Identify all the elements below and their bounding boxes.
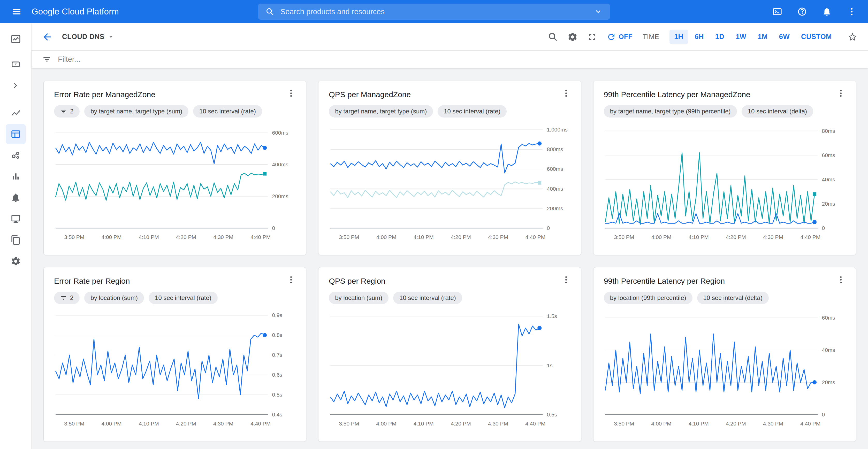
- sidebar-item-expand-panel[interactable]: [6, 75, 26, 96]
- sidebar-item-settings[interactable]: [6, 251, 26, 271]
- svg-text:4:10 PM: 4:10 PM: [688, 234, 709, 240]
- time-range-6h[interactable]: 6H: [690, 30, 709, 44]
- fullscreen-icon[interactable]: [587, 32, 597, 42]
- svg-text:3:50 PM: 3:50 PM: [64, 421, 84, 426]
- interval-chip[interactable]: 10 sec interval (rate): [149, 292, 218, 304]
- svg-text:4:30 PM: 4:30 PM: [488, 421, 508, 426]
- toolbar-search-icon[interactable]: [548, 32, 558, 42]
- chart-card-latency-region: 99th Percentile Latency per Region by lo…: [593, 267, 856, 442]
- search-input[interactable]: [280, 7, 588, 16]
- interval-chip[interactable]: 10 sec interval (delta): [697, 292, 769, 304]
- chart-title: 99th Percentile Latency per ManagedZone: [604, 90, 750, 99]
- interval-chip[interactable]: 10 sec interval (rate): [393, 292, 462, 304]
- cloud-shell-icon[interactable]: [772, 7, 782, 17]
- monitor-icon: [10, 214, 21, 224]
- toolbar-settings-icon[interactable]: [567, 32, 578, 42]
- dashboard-name-dropdown[interactable]: CLOUD DNS: [62, 33, 114, 41]
- svg-text:4:20 PM: 4:20 PM: [176, 421, 196, 426]
- copy-icon: [10, 235, 21, 245]
- filter-icon: [60, 108, 67, 115]
- svg-text:4:00 PM: 4:00 PM: [101, 234, 122, 240]
- sidebar-item-alerting[interactable]: [6, 188, 26, 208]
- sidebar-item-metrics-explorer[interactable]: [6, 103, 26, 123]
- svg-text:600ms: 600ms: [547, 166, 563, 172]
- line-chart[interactable]: 80ms60ms40ms20ms03:50 PM4:00 PM4:10 PM4:…: [604, 121, 845, 242]
- global-search[interactable]: [258, 4, 610, 20]
- notifications-icon[interactable]: [822, 7, 832, 17]
- line-chart[interactable]: 1.5s1s0.5s3:50 PM4:00 PM4:10 PM4:20 PM4:…: [329, 307, 570, 428]
- groups-icon: [10, 150, 21, 160]
- search-icon: [266, 7, 274, 16]
- svg-text:1,000ms: 1,000ms: [547, 127, 568, 132]
- grouping-chip[interactable]: by target name, target type (sum): [84, 105, 188, 118]
- time-range-1h[interactable]: 1H: [670, 30, 688, 44]
- svg-text:3:50 PM: 3:50 PM: [339, 421, 359, 426]
- star-icon[interactable]: [847, 32, 858, 42]
- more-options-icon[interactable]: [847, 7, 857, 17]
- svg-text:4:40 PM: 4:40 PM: [250, 421, 271, 426]
- line-chart[interactable]: 60ms40ms20ms03:50 PM4:00 PM4:10 PM4:20 P…: [604, 307, 845, 428]
- sidebar-item-debug-pages[interactable]: [6, 230, 26, 250]
- help-icon[interactable]: [797, 7, 807, 17]
- line-chart[interactable]: 1,000ms800ms600ms400ms200ms03:50 PM4:00 …: [329, 121, 570, 242]
- menu-icon[interactable]: [11, 6, 22, 17]
- chart-menu-icon[interactable]: [836, 275, 845, 284]
- svg-text:60ms: 60ms: [822, 152, 835, 158]
- grouping-chip[interactable]: by target name, target type (99th percen…: [604, 105, 737, 118]
- sidebar-item-pin-panel[interactable]: [6, 54, 26, 74]
- grouping-chip[interactable]: by target name, target type (sum): [329, 105, 433, 118]
- grouping-chip[interactable]: by location (sum): [329, 292, 389, 304]
- svg-text:0.7s: 0.7s: [272, 352, 282, 358]
- svg-text:600ms: 600ms: [272, 130, 288, 136]
- svg-text:0.9s: 0.9s: [272, 312, 282, 318]
- sidebar-item-services[interactable]: [6, 166, 26, 187]
- filter-input[interactable]: [58, 55, 857, 64]
- svg-text:200ms: 200ms: [272, 193, 288, 199]
- chart-menu-icon[interactable]: [561, 275, 571, 284]
- auto-refresh-toggle[interactable]: OFF: [607, 32, 632, 41]
- sidebar-item-groups[interactable]: [6, 145, 26, 165]
- chevron-down-icon[interactable]: [594, 7, 602, 16]
- time-range-6w[interactable]: 6W: [774, 30, 794, 44]
- interval-chip[interactable]: 10 sec interval (delta): [742, 105, 813, 118]
- svg-text:80ms: 80ms: [822, 128, 835, 134]
- sidebar-item-dashboards[interactable]: [6, 124, 26, 144]
- chart-card-error-rate-region: Error Rate per Region 2 by location (sum…: [43, 267, 306, 442]
- svg-text:4:10 PM: 4:10 PM: [139, 421, 159, 426]
- bar-chart-icon: [10, 171, 21, 182]
- chart-menu-icon[interactable]: [836, 89, 845, 98]
- chart-menu-icon[interactable]: [286, 89, 296, 98]
- back-button[interactable]: [42, 32, 53, 42]
- line-chart[interactable]: 0.9s0.8s0.7s0.6s0.5s0.4s3:50 PM4:00 PM4:…: [54, 307, 296, 428]
- time-range-1w[interactable]: 1W: [731, 30, 751, 44]
- svg-text:4:20 PM: 4:20 PM: [451, 234, 471, 240]
- time-range-custom[interactable]: CUSTOM: [797, 30, 836, 44]
- svg-text:1s: 1s: [547, 362, 553, 368]
- time-label: TIME: [643, 33, 659, 41]
- svg-text:4:10 PM: 4:10 PM: [413, 234, 434, 240]
- interval-chip[interactable]: 10 sec interval (rate): [193, 105, 262, 118]
- sidebar-nav: [0, 23, 32, 449]
- svg-text:60ms: 60ms: [822, 315, 835, 321]
- time-range-1m[interactable]: 1M: [753, 30, 772, 44]
- filter-count: 2: [70, 294, 73, 301]
- time-range-1d[interactable]: 1D: [711, 30, 729, 44]
- svg-text:0.5s: 0.5s: [272, 392, 282, 397]
- svg-text:4:30 PM: 4:30 PM: [213, 421, 234, 426]
- filter-count-chip[interactable]: 2: [54, 292, 80, 304]
- sidebar-item-uptime-checks[interactable]: [6, 209, 26, 229]
- svg-text:0: 0: [547, 225, 550, 231]
- sidebar-item-monitoring-home[interactable]: [6, 29, 26, 49]
- chart-menu-icon[interactable]: [561, 89, 571, 98]
- filter-count-chip[interactable]: 2: [54, 105, 80, 118]
- chart-menu-icon[interactable]: [286, 275, 296, 284]
- grouping-chip[interactable]: by location (sum): [84, 292, 144, 304]
- svg-text:4:10 PM: 4:10 PM: [413, 421, 434, 426]
- grouping-chip[interactable]: by location (99th percentile): [604, 292, 692, 304]
- svg-text:0.5s: 0.5s: [547, 412, 557, 417]
- app-header: Google Cloud Platform: [0, 0, 868, 23]
- svg-text:0.4s: 0.4s: [272, 412, 282, 417]
- line-chart[interactable]: 600ms400ms200ms03:50 PM4:00 PM4:10 PM4:2…: [54, 121, 296, 242]
- interval-chip[interactable]: 10 sec interval (rate): [438, 105, 507, 118]
- chart-title: 99th Percentile Latency per Region: [604, 277, 725, 286]
